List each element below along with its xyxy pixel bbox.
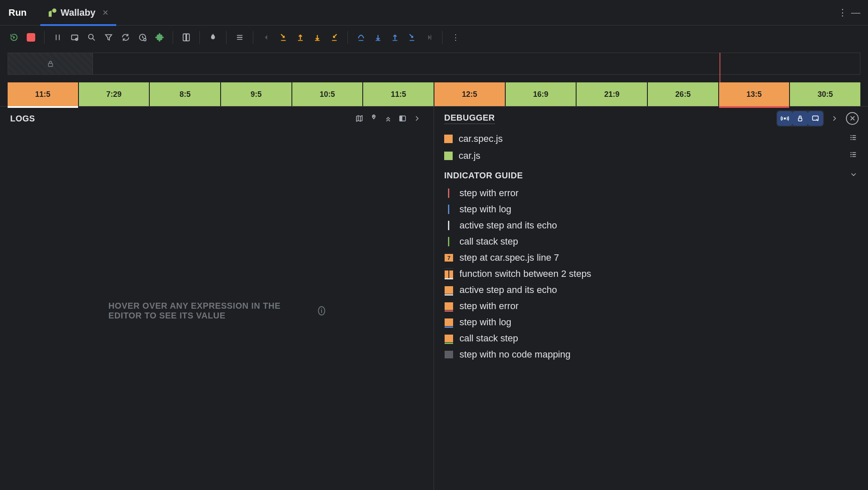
menu-button[interactable]: [232, 29, 248, 45]
indicator-guide-row: call stack step: [434, 330, 868, 346]
debugger-file-row[interactable]: car.spec.js: [434, 130, 868, 147]
debugger-file-row[interactable]: car.js: [434, 147, 868, 164]
indicator-icon: [444, 188, 454, 199]
chevron-right-icon[interactable]: [827, 111, 842, 126]
timeline-step[interactable]: 26:5: [648, 82, 718, 106]
info-icon: i: [318, 306, 325, 315]
step-over-up-blue-icon[interactable]: [353, 29, 369, 45]
indicator-label: step with no code mapping: [459, 349, 571, 360]
step-forward-disabled-icon: [421, 29, 437, 45]
indicator-label: active step and its echo: [459, 220, 557, 231]
lock-segment: [8, 53, 93, 74]
pause-button[interactable]: [50, 29, 66, 45]
indicator-guide-header[interactable]: INDICATOR GUIDE: [434, 164, 868, 185]
debugger-title[interactable]: DEBUGGER: [444, 113, 495, 124]
pin-icon[interactable]: [367, 111, 381, 126]
svg-point-2: [89, 34, 93, 39]
timeline: 11:57:298:59:510:511:512:516:921:926:513…: [0, 49, 868, 106]
lock-track[interactable]: [8, 53, 860, 75]
step-up-blue-icon[interactable]: [387, 29, 403, 45]
timeline-step[interactable]: 13:5: [719, 82, 790, 106]
file-color-icon: [444, 135, 453, 143]
indicator-guide-row: step with no code mapping: [434, 346, 868, 363]
indicator-icon: [444, 301, 454, 312]
list-icon[interactable]: [848, 150, 858, 162]
tab-wallaby[interactable]: Wallaby ✕: [40, 1, 116, 26]
indicator-guide-row: step with log: [434, 314, 868, 330]
steps-track[interactable]: 11:57:298:59:510:511:512:516:921:926:513…: [8, 82, 860, 106]
indicator-guide-row: step with error: [434, 298, 868, 314]
coverage-button[interactable]: [134, 29, 151, 45]
minimize-icon[interactable]: —: [849, 7, 862, 18]
stop-button[interactable]: [23, 29, 39, 45]
step-into-blue-icon[interactable]: [404, 29, 420, 45]
collapse-icon[interactable]: [381, 111, 395, 126]
indicator-guide-row: step with log: [434, 201, 868, 217]
svg-rect-5: [48, 63, 53, 67]
close-panel-icon[interactable]: ✕: [846, 112, 859, 125]
timeline-step[interactable]: 10:5: [292, 82, 363, 106]
more-icon[interactable]: ⋮: [837, 7, 849, 18]
indicator-label: step with log: [459, 204, 511, 215]
timeline-step[interactable]: 11:5: [8, 82, 78, 106]
step-up-icon[interactable]: [292, 29, 308, 45]
indicator-guide-title: INDICATOR GUIDE: [444, 171, 523, 180]
timeline-step[interactable]: 21:9: [577, 82, 647, 106]
filter-button[interactable]: [101, 29, 117, 45]
lock-mode-icon[interactable]: [792, 111, 808, 126]
profile-button[interactable]: [205, 29, 221, 45]
step-out-up-icon[interactable]: [326, 29, 342, 45]
indicator-icon: [444, 268, 454, 279]
indicator-icon: [444, 284, 454, 296]
overflow-icon[interactable]: ⋮: [448, 29, 464, 45]
step-down-icon[interactable]: [309, 29, 325, 45]
timeline-step[interactable]: 11:5: [363, 82, 434, 106]
plugin-button[interactable]: [151, 29, 168, 45]
indicator-guide-row: step with error: [434, 185, 868, 201]
screen-mode-icon[interactable]: [808, 111, 823, 126]
timeline-step[interactable]: 8:5: [150, 82, 220, 106]
titlebar: Run Wallaby ✕ ⋮ —: [0, 0, 868, 25]
file-color-icon: [444, 152, 453, 160]
indicator-label: step with error: [459, 301, 518, 312]
timeline-step[interactable]: 7:29: [79, 82, 149, 106]
svg-rect-8: [400, 116, 402, 121]
chevron-right-icon[interactable]: [410, 111, 424, 126]
debugger-mode-buttons: [776, 110, 824, 127]
step-down-blue-icon[interactable]: [370, 29, 386, 45]
indicator-guide-row: call stack step: [434, 234, 868, 250]
timeline-step[interactable]: 12:5: [434, 82, 505, 106]
indicator-label: active step and its echo: [459, 284, 557, 296]
step-back-disabled-icon: [258, 29, 274, 45]
indicator-icon: [444, 220, 454, 231]
tab-label: Wallaby: [61, 7, 95, 18]
lock-icon: [46, 59, 55, 68]
search-button[interactable]: [84, 29, 100, 45]
broadcast-icon[interactable]: [777, 111, 792, 126]
screenshot-button[interactable]: [67, 29, 83, 45]
layout-icon[interactable]: [395, 111, 410, 126]
timeline-step[interactable]: 30:5: [790, 82, 860, 106]
timeline-step[interactable]: 16:9: [506, 82, 576, 106]
indicator-guide-row: active step and its echo: [434, 282, 868, 298]
refresh-button[interactable]: [118, 29, 134, 45]
logs-panel: LOGS HOVER OVER ANY EXPRESSION IN THE ED…: [0, 107, 434, 490]
rerun-button[interactable]: [6, 29, 22, 45]
titlebar-run-label: Run: [8, 7, 27, 18]
logs-placeholder: HOVER OVER ANY EXPRESSION IN THE EDITOR …: [109, 301, 325, 321]
list-icon[interactable]: [848, 133, 858, 145]
svg-point-9: [784, 118, 785, 119]
timeline-step[interactable]: 9:5: [221, 82, 291, 106]
wallaby-icon: [48, 8, 56, 17]
chevron-down-icon[interactable]: [849, 170, 858, 181]
guide-button[interactable]: [178, 29, 194, 45]
logs-title: LOGS: [10, 114, 35, 124]
indicator-icon: [444, 317, 454, 328]
indicator-label: step with error: [459, 188, 518, 199]
close-icon[interactable]: ✕: [102, 8, 109, 17]
step-into-down-icon[interactable]: [275, 29, 291, 45]
indicator-label: step at car.spec.js line 7: [459, 252, 559, 263]
indicator-label: step with log: [459, 317, 511, 328]
indicator-label: function switch between 2 steps: [459, 268, 591, 279]
map-icon[interactable]: [352, 111, 367, 126]
